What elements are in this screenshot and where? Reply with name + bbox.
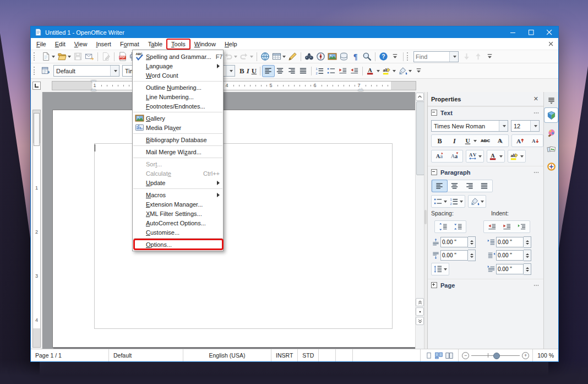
dropdown-arrow-icon[interactable] <box>250 56 253 58</box>
underline-button[interactable]: U <box>462 135 478 147</box>
paragraph-background-button[interactable] <box>469 196 485 207</box>
menu-item-spelling-and-grammar[interactable]: ABCSpelling and Grammar...F7 <box>133 52 223 61</box>
dropdown-arrow-icon[interactable] <box>377 70 380 72</box>
line-spacing-button[interactable] <box>432 263 448 275</box>
menubar-item-view[interactable]: View <box>70 40 91 48</box>
font-color-button[interactable]: A <box>488 150 504 162</box>
italic-button[interactable]: I <box>246 66 251 77</box>
spinner[interactable] <box>468 250 476 261</box>
find-toolbar-grip[interactable] <box>407 52 411 61</box>
minimize-button[interactable] <box>504 26 522 38</box>
bullet-list-button[interactable] <box>432 196 448 207</box>
help-button[interactable]: ? <box>378 51 389 62</box>
dropdown-icon[interactable] <box>110 66 119 76</box>
menu-item-extension-manager[interactable]: Extension Manager... <box>133 199 223 209</box>
increase-indent-button[interactable] <box>349 66 360 77</box>
uppercase-button[interactable]: Aa <box>432 150 447 162</box>
status-blank-cell[interactable] <box>319 349 336 361</box>
dropdown-arrow-icon[interactable] <box>68 56 71 58</box>
menu-item-word-count[interactable]: Word Count <box>133 71 223 80</box>
below-paragraph-spacing-input[interactable] <box>440 250 468 261</box>
document-area[interactable] <box>42 92 415 349</box>
status-blank-cell[interactable] <box>336 349 353 361</box>
dropdown-arrow-icon[interactable] <box>393 70 396 72</box>
sidebar-tab-gallery[interactable] <box>545 142 558 156</box>
open-file-button[interactable] <box>56 51 72 62</box>
section-more-icon[interactable] <box>532 282 540 289</box>
menubar-item-help[interactable]: Help <box>221 40 241 48</box>
numbered-list-button[interactable]: 12 <box>448 196 464 207</box>
sidebar-font-size-combobox[interactable]: 12 <box>511 120 540 132</box>
menu-item-bibliography-database[interactable]: Bibliography Database <box>133 135 223 144</box>
shadow-button[interactable]: AA <box>493 135 508 147</box>
menu-item-gallery[interactable]: Gallery <box>133 113 223 123</box>
find-input[interactable] <box>414 53 449 60</box>
status-page-number[interactable]: Page 1 / 1 <box>31 349 109 361</box>
status-language[interactable]: English (USA) <box>183 349 271 361</box>
decrease-indent-button[interactable] <box>337 66 349 77</box>
status-selection-mode[interactable]: STD <box>298 349 319 361</box>
menubar-item-window[interactable]: Window <box>190 40 220 48</box>
font-color-button[interactable]: A <box>365 66 381 77</box>
zoom-button[interactable] <box>361 51 373 62</box>
highlighting-button[interactable]: ab <box>381 66 397 77</box>
menu-item-options[interactable]: Options... <box>133 240 223 249</box>
dropdown-arrow-icon[interactable] <box>481 201 484 203</box>
dropdown-arrow-icon[interactable] <box>444 201 447 203</box>
dropdown-arrow-icon[interactable] <box>409 70 412 72</box>
highlighting-button[interactable]: ab <box>509 150 525 162</box>
menubar-item-format[interactable]: Format <box>116 40 143 48</box>
dropdown-icon[interactable] <box>226 66 235 76</box>
align-right-button[interactable] <box>286 66 297 77</box>
section-header-page[interactable]: Page <box>428 279 543 291</box>
sidebar-font-name-combobox[interactable]: Times New Roman <box>431 120 508 132</box>
styles-dialog-button[interactable] <box>40 66 52 77</box>
dropdown-icon[interactable] <box>530 121 539 131</box>
increase-paragraph-spacing-button[interactable] <box>435 221 450 232</box>
toolbar-grip[interactable] <box>34 67 37 75</box>
background-color-button[interactable] <box>397 66 413 77</box>
tab-type-selector[interactable] <box>31 79 42 92</box>
strikethrough-button[interactable]: ABC <box>478 135 493 147</box>
scrollbar-thumb[interactable] <box>416 101 424 175</box>
overflow-button[interactable] <box>484 51 496 62</box>
menubar-item-file[interactable]: File <box>32 40 50 48</box>
bullet-list-button[interactable] <box>325 66 337 77</box>
menubar-item-edit[interactable]: Edit <box>51 40 69 48</box>
menu-item-autocorrect-options[interactable]: AutoCorrect Options... <box>133 218 223 228</box>
menubar-item-insert[interactable]: Insert <box>92 40 115 48</box>
menu-item-footnotes-endnotes[interactable]: Footnotes/Endnotes... <box>133 101 223 111</box>
decrease-font-size-button[interactable]: A <box>527 135 542 147</box>
vertical-ruler-margin-box[interactable] <box>34 113 40 146</box>
decrease-paragraph-spacing-button[interactable] <box>450 221 465 232</box>
menu-item-outline-numbering[interactable]: Outline Numbering... <box>133 83 223 92</box>
menubar-item-tools[interactable]: Tools <box>167 40 189 48</box>
italic-button[interactable]: I <box>447 135 462 147</box>
scroll-up-button[interactable] <box>416 93 424 101</box>
expand-icon[interactable] <box>431 282 437 288</box>
sidebar-tab-styles[interactable] <box>545 125 558 139</box>
draw-functions-button[interactable] <box>287 51 298 62</box>
toolbar-grip[interactable] <box>34 52 37 61</box>
dropdown-arrow-icon[interactable] <box>499 155 503 158</box>
status-page-style[interactable]: Default <box>109 349 183 361</box>
panel-close-icon[interactable]: ✕ <box>532 95 540 102</box>
increase-font-size-button[interactable]: A <box>513 135 527 147</box>
menu-item-line-numbering[interactable]: Line Numbering... <box>133 92 223 101</box>
menu-item-macros[interactable]: Macros <box>133 190 223 199</box>
spinner[interactable] <box>524 263 531 275</box>
zoom-out-button[interactable]: − <box>462 352 469 359</box>
dropdown-arrow-icon[interactable] <box>282 56 286 58</box>
paragraph-style-combobox[interactable]: Default <box>53 65 119 77</box>
close-button[interactable] <box>540 26 558 38</box>
dropdown-arrow-icon[interactable] <box>234 56 237 58</box>
close-document-icon[interactable] <box>544 41 558 47</box>
bold-button[interactable]: B <box>238 66 246 77</box>
zoom-in-button[interactable]: + <box>522 352 529 359</box>
multi-page-view-button[interactable] <box>434 351 443 360</box>
export-pdf-button[interactable]: PDF <box>117 51 128 62</box>
align-left-button[interactable] <box>263 66 274 77</box>
dropdown-icon[interactable] <box>499 121 508 131</box>
sidebar-splitter[interactable] <box>424 92 427 349</box>
menu-item-mail-merge-wizard[interactable]: Mail Merge Wizard... <box>133 147 223 156</box>
